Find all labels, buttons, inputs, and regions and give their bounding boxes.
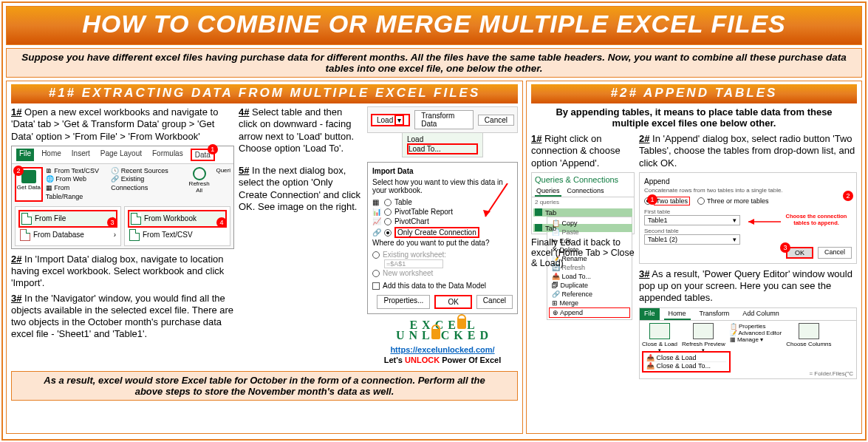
svg-marker-3 [748, 219, 754, 225]
context-menu: 📋 Copy 📄 Paste ✏ Edit ✕ Delete 📝 Rename … [547, 217, 632, 320]
load-button: Load▾ [371, 114, 410, 126]
section-2-intro: By appending tables, it means to place t… [531, 106, 857, 133]
get-data-button: Get Data 2 [15, 167, 43, 202]
from-workbook-menu: From Workbook4 [128, 210, 227, 228]
queries-connections-panel: Queries & Connections QueriesConnections… [531, 172, 635, 234]
section-2-heading: #2# APPEND TABLES [531, 84, 857, 103]
load-to-option: Load To... [407, 143, 478, 154]
site-link[interactable]: https://excelunlocked.com/ [390, 345, 494, 354]
page-title: HOW TO COMBINE OR MERGE MULTIPLE EXCEL F… [6, 6, 862, 45]
two-tables-radio: Two tables1 [654, 197, 690, 205]
step2-2: 2# In 'Append' dialog box, select radio … [639, 133, 857, 169]
step-4: 4# Select table and then click on downwa… [239, 106, 363, 154]
section-1: #1# EXTRACTING DATA FROM MULTIPLE EXCEL … [6, 81, 523, 434]
load-bar: Load▾ Transform Data Cancel [367, 106, 518, 133]
step2-1: 1# Right click on connection & choose op… [531, 133, 635, 169]
second-table-combo: Table1 (2)▾ [644, 234, 740, 245]
excel-ribbon-screenshot: File Home Insert Page Layout Formulas Da… [11, 146, 234, 249]
ok-button: OK [434, 295, 471, 309]
step-5: 5# In the next dialog box, select the op… [239, 165, 363, 213]
import-data-dialog: Import Data Select how you want to view … [367, 162, 518, 314]
red-note: Choose the connection tables to append. [779, 213, 853, 226]
close-load-button [649, 323, 670, 339]
only-create-connection-option: Only Create Connection [394, 227, 479, 238]
section-1-heading: #1# EXTRACTING DATA FROM MULTIPLE EXCEL … [11, 84, 518, 103]
logo-block: E X C EL U N LC K E D https://excelunloc… [367, 319, 518, 364]
power-query-editor-screenshot: File Home Transform Add Column Close & L… [639, 307, 857, 379]
section-2: #2# APPEND TABLES By appending tables, i… [526, 81, 862, 434]
load-dropdown: Load Load To... [402, 132, 483, 157]
first-table-combo: Table1▾ [644, 215, 740, 225]
append-menu-item: ⊕ Append [549, 307, 630, 318]
step-2: 2# In 'Import Data' dialog box, navigate… [11, 254, 234, 290]
ribbon-tab-file: File [16, 149, 34, 161]
append-ok-button: OK3 [786, 247, 813, 259]
step-1: 1# Open a new excel workbooks and naviga… [11, 106, 234, 143]
intro-text: Suppose you have different excel files h… [6, 48, 862, 78]
close-load-dropdown: 📥 Close & Load 📥 Close & Load To... [642, 351, 731, 373]
append-dialog: Append Concatenate rows from two tables … [639, 172, 857, 264]
step-3: 3# In the 'Navigator' window, you would … [11, 293, 234, 341]
ribbon-tab-data: Data1 [191, 149, 215, 161]
result-note: As a result, excel would store Excel tab… [11, 371, 518, 401]
step2-3: 3# As a result, 'Power Query Editor' win… [639, 268, 857, 305]
from-file-menu: From File›3 [18, 210, 117, 228]
